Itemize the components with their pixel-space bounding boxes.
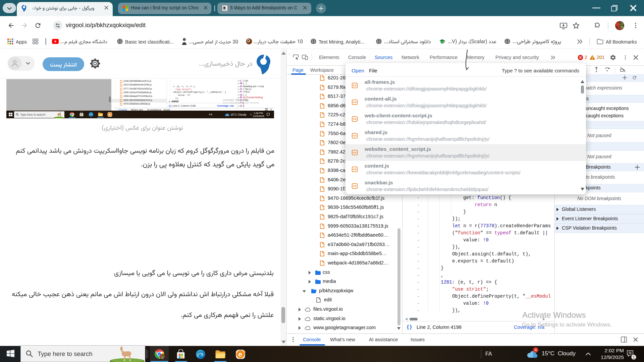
svg-text:e: e [109,113,111,116]
svg-text:<>: <> [353,151,357,154]
svg-text:e: e [238,351,242,358]
svg-text:<>: <> [353,168,357,171]
svg-text:<>: <> [353,101,357,104]
svg-text:<>: <> [353,134,357,137]
svg-text:<>: <> [353,184,357,188]
svg-text:<>: <> [353,84,357,87]
svg-text:<>: <> [353,117,357,121]
